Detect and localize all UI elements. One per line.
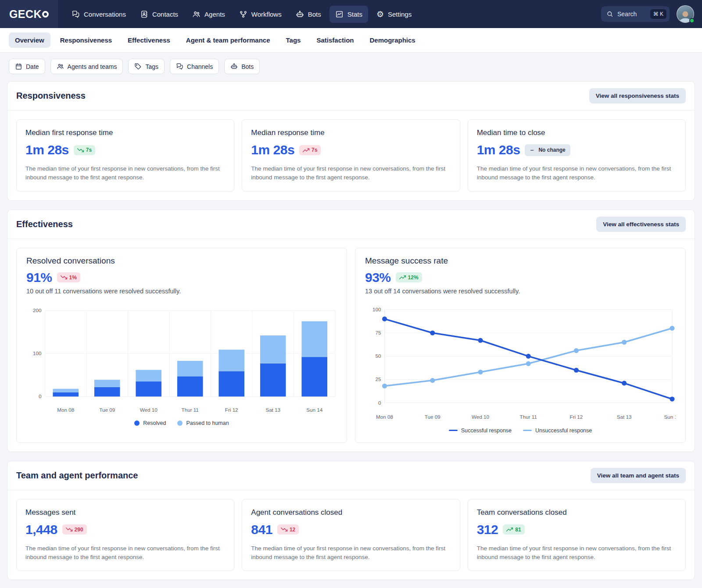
card-title: Median first response time — [25, 128, 225, 137]
view-all-effectiveness-button[interactable]: View all effectiveness stats — [596, 217, 686, 232]
tab-satisfaction[interactable]: Satisfaction — [310, 32, 360, 48]
card-title: Messages sent — [25, 508, 225, 517]
svg-text:Thur 11: Thur 11 — [520, 413, 537, 419]
nav-item-conversations[interactable]: Conversations — [66, 6, 132, 23]
search-input[interactable]: Search ⌘ K — [601, 6, 670, 22]
svg-text:Mon 08: Mon 08 — [57, 406, 74, 412]
tab-demographics[interactable]: Demographics — [363, 32, 421, 48]
legend-resolved: Resolved — [134, 420, 166, 426]
median-time-to-close-card: Median time to close 1m 28s No change Th… — [468, 119, 686, 192]
svg-text:75: 75 — [375, 330, 381, 335]
svg-text:Tue 09: Tue 09 — [425, 413, 441, 419]
tab-agent-team-performance[interactable]: Agent & team performance — [180, 32, 276, 48]
section-title: Team and agent performance — [16, 470, 138, 481]
effectiveness-section: Effectiveness View all effectiveness sta… — [7, 210, 695, 452]
card-description: The median time of your first response i… — [25, 544, 225, 562]
trend-badge: 7s — [299, 145, 321, 155]
logo-block: GECK — [0, 0, 58, 28]
chat-icon — [176, 63, 183, 70]
section-title: Effectiveness — [16, 219, 73, 229]
logo-text: GECK — [9, 8, 42, 21]
tag-icon — [134, 63, 142, 70]
svg-text:200: 200 — [33, 307, 42, 313]
svg-text:Wed 10: Wed 10 — [472, 413, 489, 419]
metric-value: 841 — [251, 522, 272, 537]
legend-dot-passed — [177, 421, 183, 426]
search-placeholder: Search — [617, 11, 646, 18]
svg-text:25: 25 — [375, 376, 381, 382]
legend-successful-response: Successful response — [449, 428, 512, 434]
svg-text:Wed 10: Wed 10 — [140, 406, 158, 412]
tab-overview[interactable]: Overview — [9, 32, 50, 48]
top-navbar: GECK Conversations Contacts Agents Workf… — [0, 0, 702, 28]
tab-responsiveness[interactable]: Responsiveness — [54, 32, 118, 48]
filter-label: Tags — [145, 63, 158, 70]
trend-badge: 12 — [277, 524, 299, 535]
legend-line-unsuccessful — [523, 430, 532, 431]
view-all-performance-button[interactable]: View all team and agent stats — [591, 468, 686, 483]
nav-item-settings[interactable]: ⚙ Settings — [371, 6, 417, 23]
metric-value: 1m 28s — [251, 143, 294, 157]
logo-o-ring — [42, 11, 49, 18]
users-icon — [57, 63, 64, 70]
filter-label: Bots — [241, 63, 254, 70]
card-description: The median time of your first response i… — [251, 164, 451, 182]
online-status-dot — [689, 18, 695, 23]
nav-item-stats[interactable]: Stats — [330, 6, 368, 23]
nav-label: Agents — [204, 11, 225, 18]
card-title: Agent conversations closed — [251, 508, 451, 517]
message-success-line-chart: 0255075100Mon 08Tue 09Wed 10Thur 11Fri 1… — [365, 304, 676, 423]
bot-icon — [296, 10, 304, 18]
card-description: The median time of your first response i… — [251, 544, 451, 562]
user-menu[interactable] — [677, 5, 694, 23]
nav-item-contacts[interactable]: Contacts — [134, 6, 184, 23]
chart-subtitle: 10 out off 11 conversations were resolve… — [26, 288, 337, 295]
metric-value: 1,448 — [25, 522, 57, 537]
filter-bots-button[interactable]: Bots — [224, 59, 260, 74]
svg-text:0: 0 — [39, 393, 42, 399]
filter-label: Channels — [187, 63, 213, 70]
team-conversations-closed-card: Team conversations closed 312 81 The med… — [468, 499, 686, 571]
nav-label: Stats — [347, 11, 362, 18]
filter-channels-button[interactable]: Channels — [170, 59, 219, 74]
legend-dot-resolved — [134, 421, 140, 426]
stats-chart-icon — [335, 10, 344, 18]
gear-icon: ⚙ — [376, 10, 384, 18]
messages-sent-card: Messages sent 1,448 290 The median time … — [16, 499, 234, 571]
nav-item-workflows[interactable]: Workflows — [233, 6, 287, 23]
filter-label: Agents and teams — [68, 63, 117, 70]
svg-text:Sun 14: Sun 14 — [306, 406, 322, 412]
message-success-rate-card: Message success rate 93% 12% 13 out off … — [355, 248, 686, 443]
performance-section: Team and agent performance View all team… — [7, 461, 695, 581]
svg-text:Fri 12: Fri 12 — [225, 406, 238, 412]
responsiveness-section: Responsiveness View all responsiveness s… — [7, 81, 695, 201]
agent-conversations-closed-card: Agent conversations closed 841 12 The me… — [242, 499, 460, 571]
search-icon — [606, 11, 613, 18]
nav-label: Bots — [308, 11, 321, 18]
trend-up-icon — [303, 147, 309, 153]
filter-date-button[interactable]: Date — [9, 59, 45, 74]
bar-chart-canvas: 0100200Mon 08Tue 09Wed 10Thur 11Fri 12Sa… — [26, 304, 337, 416]
trend-badge: 290 — [62, 524, 87, 535]
card-title: Message success rate — [365, 256, 676, 266]
svg-text:100: 100 — [33, 350, 42, 356]
tab-tags[interactable]: Tags — [280, 32, 307, 48]
svg-text:Sat 13: Sat 13 — [617, 413, 632, 419]
nav-label: Workflows — [251, 11, 282, 18]
metric-value: 1m 28s — [25, 143, 69, 157]
card-description: The median time of your first response i… — [477, 164, 677, 182]
trend-badge: 81 — [503, 524, 524, 535]
trend-down-icon — [281, 526, 287, 533]
nav-label: Conversations — [84, 11, 126, 18]
line-chart-legend: Successful response Unsuccessful respons… — [365, 428, 676, 434]
tab-effectiveness[interactable]: Effectiveness — [122, 32, 176, 48]
gecko-logo[interactable]: GECK — [9, 8, 49, 21]
nav-item-agents[interactable]: Agents — [186, 6, 231, 23]
view-all-responsiveness-button[interactable]: View all responsiveness stats — [589, 88, 686, 103]
filter-agents-teams-button[interactable]: Agents and teams — [50, 59, 123, 74]
metric-value: 312 — [477, 522, 498, 537]
filter-tags-button[interactable]: Tags — [128, 59, 165, 74]
chat-icon — [72, 10, 80, 18]
card-description: The median time of your first response i… — [477, 544, 677, 562]
nav-item-bots[interactable]: Bots — [290, 6, 327, 23]
